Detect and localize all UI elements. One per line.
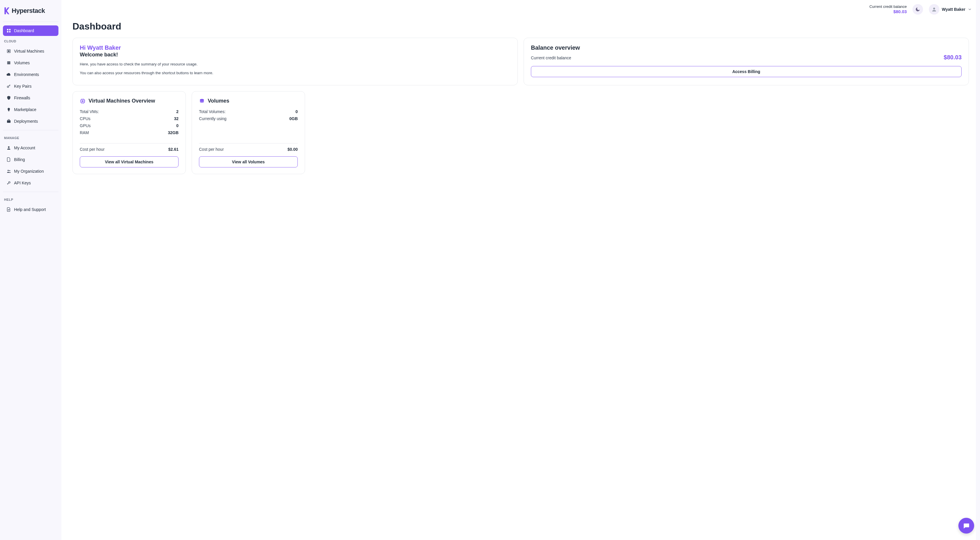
balance-card-label: Current credit balance xyxy=(531,56,571,60)
user-name: Wyatt Baker xyxy=(942,7,966,12)
cost-label: Cost per hour xyxy=(80,147,105,152)
content: Dashboard Hi Wyatt Baker Welcome back! H… xyxy=(61,16,980,540)
briefcase-icon xyxy=(6,119,11,124)
sidebar-item-dashboard[interactable]: Dashboard xyxy=(3,25,59,36)
sidebar-item-marketplace[interactable]: Marketplace xyxy=(3,104,59,115)
users-icon xyxy=(6,169,11,174)
dashboard-icon xyxy=(6,28,11,33)
key2-icon xyxy=(6,181,11,185)
sidebar-item-label: Marketplace xyxy=(14,107,36,112)
sidebar-item-label: Virtual Machines xyxy=(14,49,44,54)
sidebar-item-volumes[interactable]: Volumes xyxy=(3,57,59,68)
sidebar-item-deployments[interactable]: Deployments xyxy=(3,116,59,126)
sidebar-item-label: Deployments xyxy=(14,119,38,124)
section-label-cloud: CLOUD xyxy=(3,37,59,45)
sidebar-item-virtual-machines[interactable]: Virtual Machines xyxy=(3,46,59,56)
welcome-line1: Here, you have access to check the summa… xyxy=(80,61,511,67)
sidebar-item-label: API Keys xyxy=(14,181,31,185)
topbar-balance: Current credit balance $80.03 xyxy=(869,5,907,14)
sidebar: Hyperstack Dashboard CLOUD Virtual Machi… xyxy=(0,0,61,540)
view-all-volumes-button[interactable]: View all Volumes xyxy=(199,156,298,167)
stat-value: 32 xyxy=(174,116,178,121)
section-label-help: HELP xyxy=(3,196,59,203)
chat-fab-button[interactable] xyxy=(958,518,974,534)
sidebar-item-help-support[interactable]: Help and Support xyxy=(3,204,59,215)
brand-text: Hyperstack xyxy=(12,7,45,14)
sidebar-item-label: Dashboard xyxy=(14,28,34,33)
topbar-balance-label: Current credit balance xyxy=(869,5,907,9)
shield-icon xyxy=(6,96,11,100)
stat-row: Total Volumes:0 xyxy=(199,108,298,115)
chevron-down-icon xyxy=(968,7,972,11)
vm-card-title: Virtual Machines Overview xyxy=(89,98,155,104)
stat-row: Total VMs:2 xyxy=(80,108,178,115)
sidebar-item-firewalls[interactable]: Firewalls xyxy=(3,92,59,103)
stat-label: Total Volumes: xyxy=(199,109,226,114)
balance-card-title: Balance overview xyxy=(531,45,962,51)
moon-icon xyxy=(915,7,920,12)
stat-label: RAM xyxy=(80,130,89,135)
stat-row: RAM32GB xyxy=(80,129,178,136)
file-icon xyxy=(6,157,11,162)
sidebar-item-my-organization[interactable]: My Organization xyxy=(3,166,59,177)
sidebar-item-billing[interactable]: Billing xyxy=(3,154,59,165)
avatar-icon xyxy=(931,6,937,13)
cost-row: Cost per hour $2.61 xyxy=(80,143,178,156)
balance-card: Balance overview Current credit balance … xyxy=(523,38,969,85)
chat-icon xyxy=(963,522,970,529)
stat-label: Total VMs: xyxy=(80,109,99,114)
sidebar-item-environments[interactable]: Environments xyxy=(3,69,59,80)
view-all-vms-button[interactable]: View all Virtual Machines xyxy=(80,156,178,167)
cost-value: $2.61 xyxy=(168,147,178,152)
key-icon xyxy=(6,84,11,89)
bulb-icon xyxy=(6,107,11,112)
topbar-balance-amount: $80.03 xyxy=(869,9,907,14)
stat-label: Currently using xyxy=(199,116,226,121)
theme-toggle-button[interactable] xyxy=(913,4,923,14)
welcome-card: Hi Wyatt Baker Welcome back! Here, you h… xyxy=(72,38,518,85)
welcome-back: Welcome back! xyxy=(80,52,511,58)
user-menu[interactable]: Wyatt Baker xyxy=(929,4,972,14)
sidebar-item-api-keys[interactable]: API Keys xyxy=(3,178,59,188)
access-billing-button[interactable]: Access Billing xyxy=(531,66,962,77)
sidebar-item-label: Firewalls xyxy=(14,96,30,100)
stat-row: GPUs0 xyxy=(80,122,178,129)
sidebar-item-label: Environments xyxy=(14,72,39,77)
stack-icon xyxy=(199,98,205,104)
stat-label: GPUs xyxy=(80,123,91,128)
cost-label: Cost per hour xyxy=(199,147,224,152)
cloud-icon xyxy=(6,72,11,77)
stat-row: Currently using0GB xyxy=(199,115,298,122)
cost-row: Cost per hour $0.00 xyxy=(199,143,298,156)
vm-icon xyxy=(6,49,11,54)
user-icon xyxy=(6,145,11,150)
volumes-card-title: Volumes xyxy=(208,98,229,104)
cpu-icon xyxy=(80,98,86,104)
sidebar-item-label: Key Pairs xyxy=(14,84,32,89)
sidebar-item-label: My Account xyxy=(14,145,35,150)
stat-value: 0GB xyxy=(289,116,298,121)
brand[interactable]: Hyperstack xyxy=(3,5,59,18)
avatar xyxy=(929,4,939,14)
stat-row: CPUs32 xyxy=(80,115,178,122)
brand-icon xyxy=(3,7,10,14)
welcome-line2: You can also access your resources throu… xyxy=(80,70,511,76)
cost-value: $0.00 xyxy=(288,147,298,152)
divider xyxy=(3,22,59,22)
sidebar-item-label: Volumes xyxy=(14,61,30,65)
stat-value: 0 xyxy=(295,109,298,114)
welcome-greet: Hi Wyatt Baker xyxy=(80,45,511,51)
stat-label: CPUs xyxy=(80,116,91,121)
sidebar-item-label: Billing xyxy=(14,157,25,162)
stat-value: 0 xyxy=(176,123,178,128)
sidebar-item-label: My Organization xyxy=(14,169,44,174)
stat-value: 2 xyxy=(176,109,178,114)
balance-card-value: $80.03 xyxy=(944,54,962,61)
volumes-overview-card: Volumes Total Volumes:0 Currently using0… xyxy=(192,91,305,174)
page-title: Dashboard xyxy=(72,21,969,32)
sidebar-item-key-pairs[interactable]: Key Pairs xyxy=(3,81,59,91)
volumes-icon xyxy=(6,61,11,65)
sidebar-item-my-account[interactable]: My Account xyxy=(3,143,59,153)
doc-icon xyxy=(6,207,11,212)
sidebar-item-label: Help and Support xyxy=(14,207,46,212)
